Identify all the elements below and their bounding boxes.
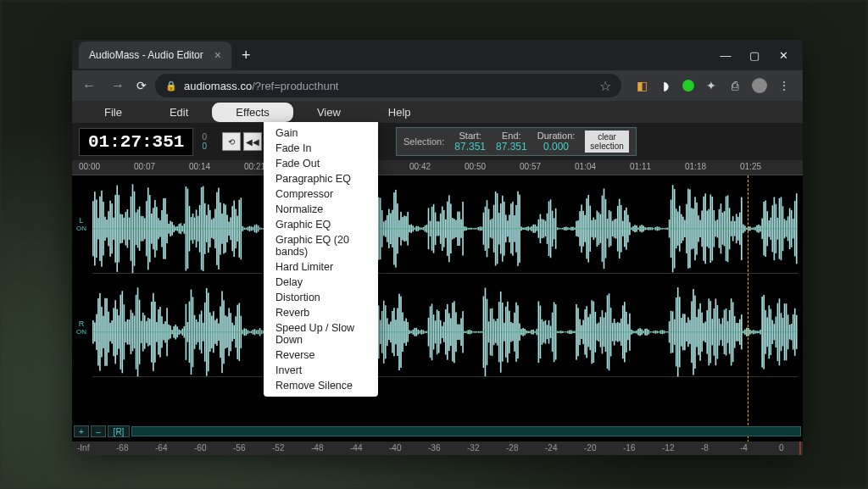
zoom-in-button[interactable]: +: [74, 425, 89, 437]
rewind-button[interactable]: ◀◀: [243, 132, 262, 151]
effect-distortion[interactable]: Distortion: [264, 290, 378, 305]
extensions-icon[interactable]: ✦: [704, 79, 718, 92]
playhead-marker[interactable]: [748, 175, 748, 455]
menu-help[interactable]: Help: [364, 103, 435, 122]
effect-normalize[interactable]: Normalize: [264, 202, 378, 217]
effect-invert[interactable]: Invert: [264, 363, 378, 378]
effect-graphic-eq[interactable]: Graphic EQ: [264, 217, 378, 232]
time-ruler[interactable]: 00:0000:0700:1400:2100:2800:3500:4200:50…: [72, 160, 803, 175]
reset-zoom-button[interactable]: [R]: [108, 425, 130, 437]
tab-title: AudioMass - Audio Editor: [89, 49, 203, 61]
time-display: 01:27:351: [79, 128, 193, 156]
time-side: 00: [202, 132, 207, 151]
extension-icons: ◧ ◗ ✦ ⎙ ⋮: [630, 78, 796, 93]
star-icon[interactable]: ☆: [599, 78, 611, 94]
menu-icon[interactable]: ⋮: [777, 79, 791, 92]
menu-bar: File Edit Effects View Help: [72, 101, 803, 123]
reload-button[interactable]: ⟳: [136, 79, 147, 92]
effect-reverb[interactable]: Reverb: [264, 305, 378, 320]
tab-strip: AudioMass - Audio Editor × + — ▢ ✕: [72, 40, 803, 70]
horizontal-scrollbar[interactable]: [131, 426, 801, 436]
bookmarks-icon[interactable]: ⎙: [728, 79, 742, 92]
zoom-out-button[interactable]: –: [91, 425, 106, 437]
address-bar[interactable]: 🔒 audiomass.co/?ref=producthunt ☆: [155, 74, 621, 97]
new-tab-button[interactable]: +: [231, 47, 261, 64]
lock-icon: 🔒: [165, 81, 177, 92]
effect-hard-limiter[interactable]: Hard Limiter: [264, 259, 378, 275]
clear-selection-button[interactable]: clearselection: [585, 131, 628, 153]
effect-remove-silence[interactable]: Remove Silence: [264, 378, 378, 393]
url-text: audiomass.co/?ref=producthunt: [184, 80, 339, 92]
db-ruler: -Inf-68-64-60-56-52-48-44-40-36-32-28-24…: [72, 442, 803, 455]
window-controls: — ▢ ✕: [720, 49, 803, 62]
ext-icon-2[interactable]: ◗: [659, 79, 672, 92]
channel-left[interactable]: LON: [92, 182, 798, 274]
audiomass-app: File Edit Effects View Help Gain Fade In…: [72, 101, 803, 455]
menu-view[interactable]: View: [293, 103, 364, 122]
selection-box: Selection: Start:87.351 End:87.351 Durat…: [396, 127, 637, 156]
selection-label: Selection:: [403, 136, 444, 147]
ext-icon-1[interactable]: ◧: [635, 79, 648, 92]
menu-file[interactable]: File: [81, 103, 146, 122]
effect-graphic-eq-20[interactable]: Graphic EQ (20 bands): [264, 232, 378, 259]
forward-button[interactable]: →: [108, 75, 128, 97]
menu-edit[interactable]: Edit: [146, 103, 212, 122]
browser-tab[interactable]: AudioMass - Audio Editor ×: [79, 42, 231, 69]
avatar-icon[interactable]: [752, 78, 767, 93]
control-row: 01:27:351 00 ⟲ ◀◀ ▶▶ ▮◀ ▶▮ ● S Selection…: [72, 123, 803, 160]
bottom-bar: + – [R]: [74, 425, 801, 438]
menu-effects[interactable]: Effects: [212, 103, 293, 122]
back-button[interactable]: ←: [79, 75, 99, 97]
close-window-button[interactable]: ✕: [777, 49, 789, 62]
effects-dropdown: Gain Fade In Fade Out Paragraphic EQ Com…: [264, 122, 378, 397]
effect-fade-in[interactable]: Fade In: [264, 141, 378, 156]
browser-window: AudioMass - Audio Editor × + — ▢ ✕ ← → ⟳…: [72, 40, 803, 455]
browser-toolbar: ← → ⟳ 🔒 audiomass.co/?ref=producthunt ☆ …: [72, 70, 803, 101]
close-tab-icon[interactable]: ×: [214, 48, 221, 62]
effect-compressor[interactable]: Compressor: [264, 186, 378, 202]
ext-icon-3[interactable]: [682, 80, 694, 92]
effect-gain[interactable]: Gain: [264, 125, 378, 141]
effect-paragraphic-eq[interactable]: Paragraphic EQ: [264, 171, 378, 186]
loop-button[interactable]: ⟲: [222, 132, 241, 151]
effect-delay[interactable]: Delay: [264, 275, 378, 290]
effect-speed[interactable]: Speed Up / Slow Down: [264, 320, 378, 347]
maximize-button[interactable]: ▢: [748, 49, 760, 62]
effect-reverse[interactable]: Reverse: [264, 347, 378, 363]
effect-fade-out[interactable]: Fade Out: [264, 156, 378, 171]
channel-right[interactable]: RON: [92, 286, 798, 377]
minimize-button[interactable]: —: [720, 49, 732, 62]
waveform-area[interactable]: LON RON + – [R] -Inf-68-64-60-56-52-48-4…: [72, 175, 803, 455]
